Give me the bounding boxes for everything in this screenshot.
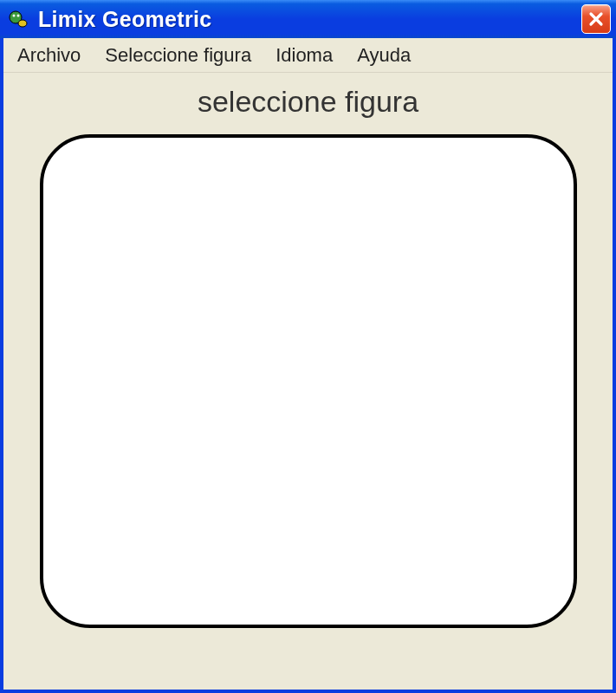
figure-canvas[interactable] <box>40 134 577 628</box>
menu-archivo[interactable]: Archivo <box>10 41 88 70</box>
close-button[interactable] <box>581 4 611 34</box>
svg-point-3 <box>18 20 27 27</box>
close-icon <box>588 11 604 27</box>
page-heading: seleccione figura <box>198 85 418 119</box>
window-title: Limix Geometric <box>38 7 581 32</box>
menu-idioma[interactable]: Idioma <box>269 41 340 70</box>
svg-point-2 <box>17 15 20 17</box>
menu-seleccione-figura[interactable]: Seleccione figura <box>98 41 258 70</box>
titlebar[interactable]: Limix Geometric <box>0 0 616 38</box>
app-window: Limix Geometric Archivo Seleccione figur… <box>0 0 616 693</box>
menu-ayuda[interactable]: Ayuda <box>350 41 418 70</box>
content-area: seleccione figura <box>3 73 613 690</box>
app-icon <box>7 8 29 30</box>
svg-point-1 <box>13 15 16 17</box>
menubar: Archivo Seleccione figura Idioma Ayuda <box>3 38 613 73</box>
